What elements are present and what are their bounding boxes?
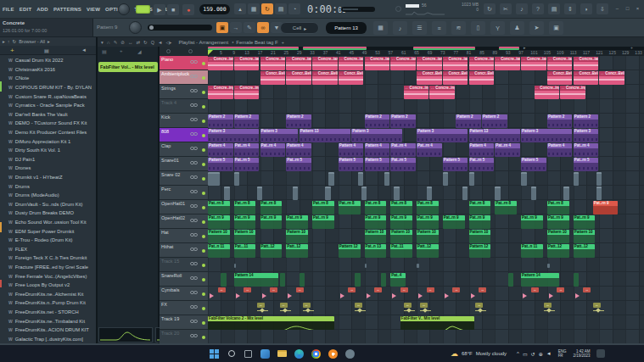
pattern-clip-pat-rn-4[interactable]: Pat..rn 4 <box>417 143 442 157</box>
cymbal-marker-icon[interactable] <box>367 293 371 298</box>
pattern-clip-concre-ian[interactable]: Concre..ian <box>208 57 233 70</box>
cymbal-marker-icon[interactable] <box>236 293 240 298</box>
pattern-selector[interactable]: Pattern 13 <box>326 22 367 34</box>
track-enable-dot[interactable] <box>202 220 205 224</box>
save-icon[interactable]: ▤ <box>548 3 560 14</box>
pattern-clip-concr-bell[interactable]: Concr..Bell <box>339 71 364 85</box>
fx-clip[interactable]: ↔ <box>420 303 428 308</box>
cymbal-clip[interactable]: ↔ <box>296 287 304 292</box>
plugin-icon[interactable]: ⇕ <box>564 3 576 14</box>
track-enable-dot[interactable] <box>202 278 205 281</box>
pencil-icon[interactable]: ✎ <box>114 40 118 45</box>
download-icon[interactable]: ⇩ <box>596 3 608 14</box>
link-icon[interactable] <box>190 128 198 140</box>
pattern-clip-pattern-13[interactable]: Pattern 13 <box>469 129 520 142</box>
pattern-clip-pat-rn-9[interactable]: Pat..rn 9 <box>574 215 596 229</box>
pattern-clip[interactable] <box>443 172 448 186</box>
widgets-button[interactable] <box>260 348 271 359</box>
link-icon[interactable] <box>190 315 198 327</box>
pattern-clip-pattern-12[interactable]: Pattern 12 <box>339 244 361 258</box>
pattern-clip-concr-bell[interactable]: Concr..Bell <box>469 71 495 85</box>
track-header-openhat01[interactable]: OpenHat01 <box>160 200 208 214</box>
fx-clip[interactable]: ↔ <box>303 303 311 308</box>
pattern-clip[interactable] <box>365 264 367 268</box>
cymbal-marker-icon[interactable] <box>575 293 580 298</box>
browser-item[interactable]: WFreeDrumKits.n..Pump Drum Kit <box>0 298 96 308</box>
pattern-clip[interactable] <box>469 172 474 186</box>
cymbal-marker-icon[interactable] <box>392 293 396 298</box>
pattern-clip-pattern-3[interactable]: Pattern 3 <box>417 129 468 142</box>
automation-clip[interactable]: FabFilter V.. Mix level <box>400 316 474 330</box>
track-enable-dot[interactable] <box>202 76 205 80</box>
pattern-clip-concr-bell[interactable]: Concr..Bell <box>286 71 311 85</box>
pattern-clip-concre-ian[interactable]: Concre..ian <box>312 57 338 70</box>
playlist-grid[interactable]: Concre..ianConcre..ianConcre..ianConcre.… <box>208 56 644 344</box>
cymbal-marker-icon[interactable] <box>523 293 527 298</box>
metronome-icon[interactable]: ▴ <box>234 3 246 14</box>
fl-studio-button[interactable] <box>328 348 339 359</box>
typing-keyboard-icon[interactable]: ▦ <box>248 3 260 14</box>
pattern-clip-patt-12[interactable]: Patt..12 <box>547 244 569 258</box>
browser-item[interactable]: WDrones <box>0 164 96 173</box>
add-icon[interactable]: + <box>10 47 14 54</box>
pattern-clip[interactable] <box>417 264 419 268</box>
pattern-clip[interactable] <box>547 264 550 268</box>
fx-clip[interactable]: ↔ <box>257 303 265 308</box>
pattern-clip-concre-ian[interactable]: Concre..ian <box>417 57 442 70</box>
link-icon[interactable] <box>190 243 198 255</box>
pattern-clip-concr-bell[interactable]: Concr..Bell <box>260 71 286 85</box>
draw-tool-icon[interactable]: ✎ <box>244 22 255 33</box>
menu-view[interactable]: VIEW <box>87 7 100 12</box>
track-header-track-4[interactable]: Track 4 <box>160 99 208 114</box>
pattern-clip-pat-n-13[interactable]: Pat..n 13 <box>365 244 387 258</box>
pattern-clip-pat-rn-8[interactable]: Pat..rn 8 <box>260 201 283 214</box>
browser-item[interactable]: WDrums (ModeAudio) <box>0 191 96 200</box>
step-arrow-icon[interactable]: → <box>230 22 242 33</box>
pattern-clip-pat-rn-9[interactable]: Pat..rn 9 <box>390 215 412 229</box>
pattern-clip[interactable] <box>293 187 298 200</box>
cymbal-marker-icon[interactable] <box>418 293 423 298</box>
pattern-clip-pattern-10[interactable]: Pattern 10 <box>234 230 256 243</box>
pattern-clip-pat-rn-8[interactable]: Pat..rn 8 <box>417 201 439 214</box>
pattern-clip-pattern-2[interactable]: Pattern 2 <box>208 114 233 128</box>
track-header-fx[interactable]: FX <box>160 301 208 315</box>
tray-sync-icon[interactable]: ↺ <box>531 351 535 357</box>
pattern-clip-pat-rn-9[interactable]: Pat..rn 9 <box>234 215 256 229</box>
link-icon[interactable] <box>190 56 198 68</box>
browser-header[interactable]: ▸ ↑ ↻ Browser - All ▸ <box>0 37 96 46</box>
pattern-clip-pat-rn-9[interactable]: Pat..rn 9 <box>312 215 334 229</box>
tempo-display[interactable]: 159.000 <box>199 4 230 14</box>
chrome-button[interactable] <box>311 348 322 359</box>
slider-handle[interactable] <box>343 8 358 10</box>
link-icon[interactable] <box>190 301 198 313</box>
browser-item[interactable]: WGalactic Trap [..dustryKits.com] <box>0 334 96 343</box>
channel-rack-button[interactable]: ☰ <box>412 21 427 35</box>
slide-tool-icon[interactable]: ▣ <box>216 22 228 33</box>
blend-notes-icon[interactable]: ▤ <box>275 3 287 14</box>
pattern-lcd[interactable] <box>136 5 150 14</box>
collapse-icon[interactable]: ▸ <box>3 39 5 44</box>
pattern-clip-pat-rn-9[interactable]: Pat..rn 9 <box>365 215 387 229</box>
file-icon[interactable]: ▤ <box>44 47 49 53</box>
pattern-clip-concre-ian[interactable]: Concre..ian <box>365 57 390 70</box>
pattern-clip-pattern-12[interactable]: Pattern 12 <box>469 244 491 258</box>
pattern-clip[interactable] <box>563 187 568 200</box>
track-enable-dot[interactable] <box>202 62 205 65</box>
language-indicator[interactable]: ENG FR <box>558 349 567 358</box>
browser-item[interactable]: WE-Trou - Rodeo (Drum Kit) <box>0 236 96 245</box>
pattern-clip-concre-ian[interactable]: Concre..ian <box>339 57 364 70</box>
autosave-icon[interactable]: ↻ <box>484 3 496 14</box>
main-volume-knob[interactable] <box>118 3 130 15</box>
pattern-clip-concre-ian[interactable]: Concre..ian <box>547 57 573 70</box>
browser-item[interactable]: WCNote <box>0 74 96 83</box>
pattern-clip-concre-ian[interactable]: Concre..ian <box>260 57 286 70</box>
pattern-clip[interactable] <box>384 172 389 186</box>
cymbal-marker-icon[interactable] <box>549 293 553 298</box>
slip-tool-icon[interactable]: ↔ <box>128 40 133 45</box>
task-view-button[interactable] <box>243 348 254 359</box>
pattern-clip-pat-rn-4[interactable]: Pat..rn 4 <box>260 143 286 157</box>
speaker-icon[interactable]: ◄ <box>81 47 87 53</box>
pattern-clip[interactable] <box>381 273 386 287</box>
pattern-clip-pat-rn-9[interactable]: Pat..rn 9 <box>593 201 619 214</box>
browser-item[interactable]: WFracture [FREE..ed by Grei Scale <box>0 263 96 272</box>
